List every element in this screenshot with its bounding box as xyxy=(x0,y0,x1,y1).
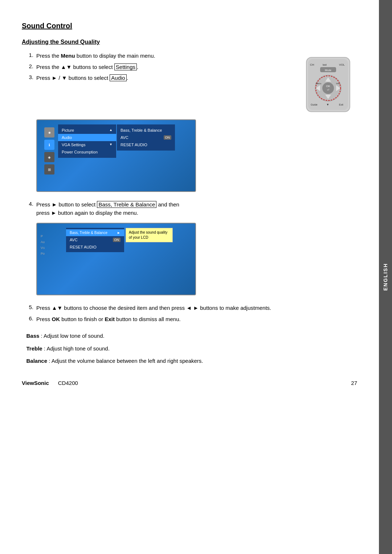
step-2-boxed: Settings xyxy=(114,63,137,70)
menu-item-audio: Audio xyxy=(58,134,116,141)
screen2-left-vg: VG xyxy=(41,246,52,250)
svg-text:▼: ▼ xyxy=(326,103,329,106)
screen-2: P Au VG Po Bass, Treble & Balance ► AVC … xyxy=(36,223,196,295)
term-balance: Balance : Adjust the volume balance betw… xyxy=(22,357,357,365)
term-bass-label: Bass xyxy=(26,333,40,339)
menu-item-picture: Picture ▲ xyxy=(58,127,116,134)
step-1-num: 1. xyxy=(22,52,36,58)
steps-col: 1. Press the Menu button to display the … xyxy=(22,52,288,114)
svg-text:last: last xyxy=(323,63,327,66)
term-bass-desc: : Adjust low tone of sound. xyxy=(39,333,104,339)
step-6-exit: Exit xyxy=(105,316,115,322)
menu-icon-2: ℹ xyxy=(44,140,54,150)
menu-item-power: Power Consumption xyxy=(58,148,116,156)
screen2-bass-label: Bass, Treble & Balance xyxy=(70,231,107,235)
step-3-num: 3. xyxy=(22,74,36,80)
terms-section: Bass : Adjust low tone of sound. Treble … xyxy=(22,332,357,365)
step-4: 4. Press ► button to select Bass, Treble… xyxy=(22,201,357,217)
term-treble-desc: : Adjust high tone of sound. xyxy=(42,345,110,352)
step-1: 1. Press the Menu button to display the … xyxy=(22,52,288,60)
screen2-left-p: P xyxy=(41,234,52,238)
tooltip-line2: of your LCD xyxy=(129,235,148,239)
svg-text:Mute: Mute xyxy=(325,69,331,72)
screen2-reset-label: RESET AUDIO xyxy=(70,245,97,249)
step-5: 5. Press ▲▼ buttons to choose the desire… xyxy=(22,304,357,312)
step-4-boxed: Bass, Treble & Balance xyxy=(97,201,156,208)
step-3-boxed: Audio xyxy=(110,74,126,81)
submenu-item-reset: RESET AUDIO xyxy=(117,141,175,148)
screen-1: ◉ ℹ ◈ ⊞ Picture ▲ Audio VGA Settings ▼ P… xyxy=(36,119,196,192)
language-label: ENGLISH xyxy=(383,263,388,291)
svg-text:Guide: Guide xyxy=(311,103,318,106)
svg-text:CH: CH xyxy=(310,63,314,66)
menu-item-vga: VGA Settings ▼ xyxy=(58,141,116,148)
step-6: 6. Press OK button to finish or Exit but… xyxy=(22,315,357,324)
step-6-num: 6. xyxy=(22,315,36,321)
step-4-num: 4. xyxy=(22,201,36,207)
step-5-num: 5. xyxy=(22,304,36,310)
svg-text:OK: OK xyxy=(326,85,330,88)
footer: ViewSonic CD4200 27 xyxy=(22,380,357,386)
svg-text:⏎: ⏎ xyxy=(327,89,329,91)
screen2-bass-item: Bass, Treble & Balance ► xyxy=(66,229,124,236)
menu-icon-3: ◈ xyxy=(44,152,54,162)
section-title: Adjusting the Sound Quality xyxy=(22,39,357,45)
menu-icon-4: ⊞ xyxy=(44,164,54,175)
screen2-avc-label: AVC xyxy=(70,238,78,242)
step-2: 2. Press the ▲▼ buttons to select Settin… xyxy=(22,63,288,71)
screen2-arrow: ► xyxy=(117,231,121,235)
submenu-item-bass: Bass, Treble & Balance xyxy=(117,127,175,134)
menu-panel-1: Picture ▲ Audio VGA Settings ▼ Power Con… xyxy=(58,124,116,158)
term-bass: Bass : Adjust low tone of sound. xyxy=(22,332,357,340)
step-1-bold: Menu xyxy=(61,53,75,59)
menu-icon-1: ◉ xyxy=(44,127,54,138)
term-treble: Treble : Adjust high tone of sound. xyxy=(22,345,357,353)
step-1-content: Press the Menu button to display the mai… xyxy=(36,52,288,60)
step-6-content: Press OK button to finish or Exit button… xyxy=(36,315,357,324)
footer-page: 27 xyxy=(351,380,357,386)
svg-text:Info: Info xyxy=(336,82,340,85)
step-2-num: 2. xyxy=(22,63,36,69)
step-2-content: Press the ▲▼ buttons to select Settings. xyxy=(36,63,288,71)
step-5-content: Press ▲▼ buttons to choose the desired i… xyxy=(36,304,357,312)
svg-text:Menu: Menu xyxy=(316,82,321,85)
page-title: Sound Control xyxy=(22,22,357,30)
step-3-content: Press ► / ▼ buttons to select Audio. xyxy=(36,74,288,82)
term-treble-label: Treble xyxy=(26,345,42,352)
step-6-ok: OK xyxy=(52,316,60,322)
footer-brand: ViewSonic xyxy=(22,380,49,386)
screen2-tooltip: Adjust the sound quality of your LCD xyxy=(126,228,173,242)
svg-text:VOL: VOL xyxy=(339,63,345,66)
svg-text:Exit: Exit xyxy=(339,103,343,106)
remote-col: CH last VOL Mute xyxy=(299,52,357,114)
avc-badge: ON xyxy=(164,135,172,140)
submenu-panel-1: Bass, Treble & Balance AVC ON RESET AUDI… xyxy=(117,124,175,151)
footer-model: CD4200 xyxy=(58,380,78,386)
tooltip-line1: Adjust the sound quality xyxy=(129,230,167,234)
remote-image: CH last VOL Mute xyxy=(303,56,354,114)
svg-point-13 xyxy=(322,82,334,94)
term-balance-label: Balance xyxy=(26,358,48,364)
footer-left: ViewSonic CD4200 xyxy=(22,380,78,386)
step-4-content: Press ► button to select Bass, Treble & … xyxy=(36,201,357,217)
submenu-item-avc: AVC ON xyxy=(117,134,175,141)
screen2-reset-item: RESET AUDIO xyxy=(66,243,124,251)
term-balance-desc: : Adjust the volume balance between the … xyxy=(47,358,203,364)
step-3: 3. Press ► / ▼ buttons to select Audio. xyxy=(22,74,288,82)
screen2-left-sidebar: P Au VG Po xyxy=(41,234,52,255)
menu-sidebar-1: ◉ ℹ ◈ ⊞ xyxy=(44,127,57,175)
screen2-avc-item: AVC ON xyxy=(66,236,124,243)
screen2-left-au: Au xyxy=(41,240,52,244)
intro-section: 1. Press the Menu button to display the … xyxy=(22,52,357,114)
screen2-left-po: Po xyxy=(41,252,52,255)
main-content: Sound Control Adjusting the Sound Qualit… xyxy=(0,0,379,554)
screen2-avc-badge: ON xyxy=(113,238,121,242)
side-tab: ENGLISH xyxy=(379,0,392,554)
page-container: ENGLISH Sound Control Adjusting the Soun… xyxy=(0,0,392,554)
screen2-center-panel: Bass, Treble & Balance ► AVC ON RESET AU… xyxy=(66,228,124,252)
